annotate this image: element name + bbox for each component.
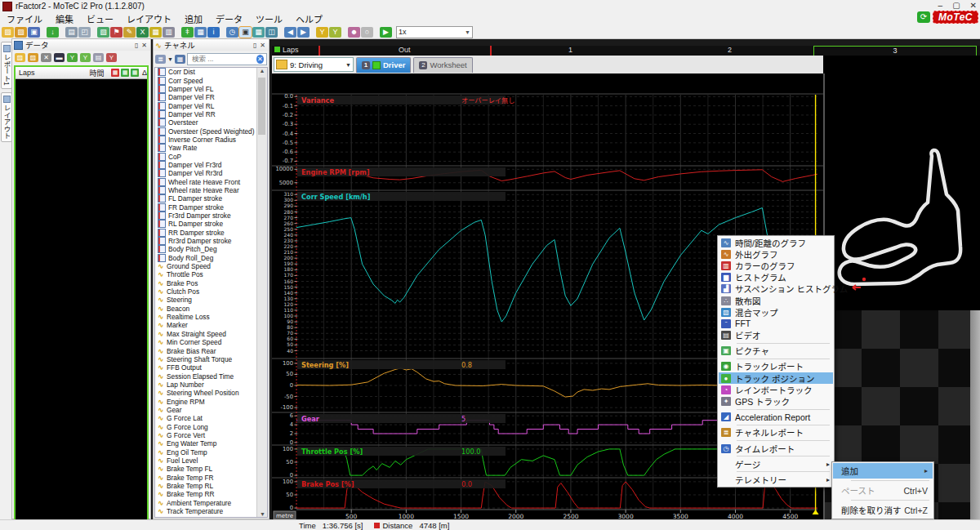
menu-追加[interactable]: 追加 <box>178 11 209 26</box>
pin-icon[interactable]: ▯ <box>135 42 138 49</box>
reference-lap-icon[interactable]: ▦ <box>131 69 139 77</box>
remove-icon[interactable]: ✕ <box>41 53 51 62</box>
filter-clear-icon[interactable]: Y <box>106 53 117 62</box>
channel-item[interactable]: ∿Brake Temp RL <box>155 482 267 490</box>
channel-item[interactable]: ∿Eng Oil Temp <box>155 448 267 456</box>
worksheet-tab-worksheet[interactable]: 2Worksheet <box>413 57 472 73</box>
channel-item[interactable]: ∿Brake Temp FL <box>155 465 267 473</box>
list-view-icon[interactable]: ≣ <box>155 55 166 64</box>
channel-item[interactable]: ∿Track Temperature <box>155 507 267 515</box>
beacon-edit-icon[interactable]: ▬ <box>54 53 65 62</box>
channel-item[interactable]: Damper Vel Fr3rd <box>155 161 267 169</box>
channel-item[interactable]: CoP <box>155 152 267 160</box>
edit-note-icon[interactable]: ✎ <box>123 27 136 38</box>
menu-item-video-icon[interactable]: ▤ビデオ <box>719 330 833 341</box>
zoom-user-icon[interactable]: ☻ <box>348 27 360 38</box>
close-icon[interactable]: ✕ <box>141 42 147 49</box>
channel-item[interactable]: ∿Lap Number <box>155 381 267 389</box>
windows-icon[interactable]: ▣ <box>239 27 252 38</box>
channel-item[interactable]: ∿Engine RPM <box>155 397 267 405</box>
save-icon[interactable]: ▣ <box>28 27 40 38</box>
menu-ファイル[interactable]: ファイル <box>0 11 49 26</box>
channel-item[interactable]: ∿Steering Wheel Position <box>155 389 267 397</box>
side-tab-レイアウト[interactable]: レイアウト <box>1 92 12 143</box>
menu-item-histogram-icon[interactable]: ▆ヒストグラム <box>719 272 833 283</box>
channel-item[interactable]: ∿Eng Water Temp <box>155 439 267 448</box>
channel-item[interactable]: ∿Beacon <box>155 305 267 313</box>
menu-item-削除を取り消す[interactable]: 削除を取り消すCtrl+Z <box>833 502 933 518</box>
channel-item[interactable]: Damper Vel Rr3rd <box>155 169 267 177</box>
channel-item[interactable]: Fr3rd Damper stroke <box>155 212 267 220</box>
close-icon[interactable]: ✕ <box>260 42 265 49</box>
menu-item-ゲージ[interactable]: ゲージ▸ <box>719 458 833 470</box>
menu-item-suspension-histogram-icon[interactable]: ▟サスペンション ヒストグラム <box>719 283 833 295</box>
search-input[interactable] <box>190 54 256 64</box>
overlay-sheets-icon[interactable]: ▤ <box>93 53 104 62</box>
layout-icon[interactable]: ▦ <box>149 27 162 38</box>
menu-item-gps-track-icon[interactable]: ✦GPS トラック <box>719 395 833 407</box>
channel-item[interactable]: FL Damper stroke <box>155 194 267 203</box>
channel-item[interactable]: ∿Marker <box>155 321 267 329</box>
menu-item-outing-graph[interactable]: ∿外出グラフ <box>719 248 833 260</box>
close-button[interactable]: ✕ <box>970 1 977 10</box>
channel-item[interactable]: Body Pitch_Deg <box>155 245 267 253</box>
channel-item[interactable]: ∿Clutch Pos <box>155 287 267 296</box>
compare-icon[interactable]: ◫ <box>265 27 278 38</box>
column-time[interactable]: 時間 <box>89 68 110 78</box>
channel-item[interactable]: Wheel rate Heave Front <box>155 177 267 185</box>
column-delta[interactable]: Δ <box>142 69 147 77</box>
menu-item-fft-icon[interactable]: ˜FFT <box>719 318 833 329</box>
channel-item[interactable]: ∿Fuel Level <box>155 457 267 465</box>
channel-item[interactable]: ∿Max Straight Speed <box>155 330 267 338</box>
playback-speed-select[interactable]: 1x▼ <box>396 26 473 38</box>
minimize-button[interactable]: – <box>938 1 943 10</box>
pin-icon[interactable]: ▯ <box>253 42 256 49</box>
filter-add-icon[interactable]: Y <box>80 53 91 62</box>
channel-item[interactable]: ∿Brake Temp FR <box>155 474 267 482</box>
menu-item-ペースト[interactable]: ペーストCtrl+V <box>833 483 933 498</box>
channel-item[interactable]: FR Damper stroke <box>155 203 267 212</box>
channel-item[interactable]: ∿Ground Speed <box>155 262 267 270</box>
channel-item[interactable]: Rr3rd Damper stroke <box>155 237 267 245</box>
chevron-down-icon[interactable]: ▼ <box>167 56 173 62</box>
filter-green-icon[interactable]: Y <box>67 53 78 62</box>
channel-item[interactable]: Body Roll_Deg <box>155 254 267 262</box>
selected-lap-icon[interactable]: ▦ <box>121 69 129 77</box>
menu-ビュー[interactable]: ビュー <box>80 11 120 26</box>
channel-scrollbar[interactable]: ▲▼ <box>256 68 267 517</box>
flag-icon[interactable]: ⚑ <box>110 27 122 38</box>
open-icon[interactable]: ▨ <box>15 53 25 62</box>
menu-item-track-position-icon[interactable]: ●トラック ポジション <box>719 372 833 384</box>
filter-colors-icon[interactable]: Y <box>329 27 341 38</box>
menu-item-rainbow-track-icon[interactable]: ◔レインボートラック <box>719 384 833 395</box>
channel-item[interactable]: Corr Speed <box>155 76 267 84</box>
info-icon[interactable]: i <box>207 27 220 38</box>
channel-item[interactable]: Wheel rate Heave Rear <box>155 186 267 194</box>
time-mode-icon[interactable]: ◷ <box>226 27 238 38</box>
next-lap-icon[interactable]: ▶ <box>297 27 310 38</box>
open-add-icon[interactable]: ▨ <box>28 53 38 62</box>
channel-item[interactable]: ∿Session Elapsed Time <box>155 372 267 380</box>
channel-item[interactable]: RL Damper stroke <box>155 220 267 228</box>
open-workbook-icon[interactable]: ▨ <box>15 27 27 38</box>
channel-item[interactable]: ∿Ambient Temperature <box>155 499 267 507</box>
export-image-icon[interactable]: ▧ <box>97 27 109 38</box>
channel-item[interactable]: Damper Vel FL <box>155 85 267 93</box>
menu-item-channel-report-icon[interactable]: ≣チャネルレポート <box>719 427 833 439</box>
column-laps[interactable]: Laps <box>16 69 89 77</box>
tile-grid-icon[interactable]: ▦ <box>252 27 265 38</box>
menu-データ[interactable]: データ <box>209 11 249 26</box>
clear-search-icon[interactable]: ✕ <box>256 55 264 64</box>
menu-item-acceleration-report-icon[interactable]: ◢Acceleration Report <box>719 412 833 423</box>
fastest-lap-icon[interactable]: ▦ <box>111 69 119 77</box>
channel-item[interactable]: ∿Min Corner Speed <box>155 338 267 346</box>
new-workbook-icon[interactable]: ▨ <box>2 27 14 38</box>
channel-item[interactable]: Inverse Corner Radius <box>155 136 267 144</box>
menu-ヘルプ[interactable]: ヘルプ <box>289 11 329 26</box>
channel-item[interactable]: ∿Steering <box>155 296 267 304</box>
channel-item[interactable]: ∿Steering Shaft Torque <box>155 355 267 363</box>
channel-item[interactable]: ∿Throttle Pos <box>155 270 267 278</box>
channel-item[interactable]: ∿Realtime Loss <box>155 313 267 321</box>
worksheet-tab-driver[interactable]: 1Driver <box>356 57 411 73</box>
channel-item[interactable]: ∿FFB Output <box>155 363 267 372</box>
